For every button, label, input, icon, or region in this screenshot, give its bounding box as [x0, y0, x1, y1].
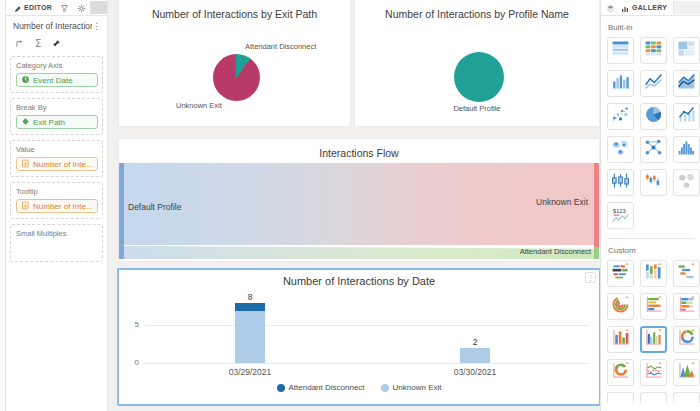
sankey-node-label: Unknown Exit	[536, 197, 588, 207]
gallery-item-heat-map[interactable]	[673, 37, 700, 64]
sankey-diagram: Default Profile Unknown Exit Attendant D…	[119, 163, 599, 259]
legend-item[interactable]: Unknown Exit	[381, 383, 442, 392]
chart-title: Number of Interactions by Exit Path	[119, 0, 350, 20]
x-axis-label: 03/30/2021	[430, 367, 520, 377]
gallery-item-histogram[interactable]	[673, 136, 700, 163]
gallery-item-colored-grid[interactable]	[640, 37, 667, 64]
gallery-item-grid[interactable]	[607, 37, 634, 64]
dropzone-category-axis[interactable]: Category Axis Event Date	[10, 56, 103, 93]
gallery-item-area-chart[interactable]	[673, 70, 700, 97]
pill-label: Event Date	[33, 76, 73, 85]
sankey-node-unknown-exit[interactable]	[594, 163, 599, 247]
bar-segment[interactable]	[235, 303, 265, 311]
more-options-icon[interactable]: ⋮	[92, 22, 101, 31]
gallery-item-multi-line-chart[interactable]	[640, 359, 667, 386]
gallery-item-combo-chart[interactable]	[673, 103, 700, 130]
gallery-built-in-grid: $123	[601, 37, 700, 229]
gallery-item-gauge-donut[interactable]	[673, 326, 700, 353]
gridline	[145, 363, 589, 364]
pill-event-date[interactable]: Event Date	[16, 73, 98, 87]
bar-chart-icon	[621, 0, 629, 17]
gallery-item-horizontal-bar-chart[interactable]	[640, 293, 667, 320]
gallery-item-timeline[interactable]	[640, 260, 667, 287]
gallery-item-kpi[interactable]: $123	[607, 202, 634, 229]
panel-profile-name[interactable]: Number of Interactions by Profile Name D…	[354, 0, 600, 127]
pill-tooltip-metric[interactable]: Number of Inte...	[16, 199, 98, 213]
dropzone-break-by[interactable]: Break By Exit Path	[10, 98, 103, 135]
gallery-item-map[interactable]	[607, 136, 634, 163]
sankey-node-attendant-disconnect[interactable]	[594, 247, 599, 259]
sankey-link-unknown-exit[interactable]	[124, 163, 594, 245]
tab-gallery[interactable]: GALLERY	[621, 0, 667, 17]
bar-segment[interactable]	[235, 311, 265, 364]
dropzone-value[interactable]: Value Number of Inte...	[10, 140, 103, 177]
gallery-item-box-plot[interactable]	[607, 169, 634, 196]
chart-title: Interactions Flow	[119, 139, 599, 159]
pie-chart-icon	[643, 104, 664, 129]
multi-line-chart-icon	[643, 360, 664, 385]
network-icon	[643, 137, 664, 162]
gallery-tab-filler	[673, 1, 700, 14]
kpi-icon: $123	[610, 205, 631, 227]
sankey-node-default-profile[interactable]	[119, 163, 124, 259]
gantt-chart-icon	[676, 261, 697, 286]
pie-chart-exit-path[interactable]	[213, 54, 260, 101]
pill-value-metric[interactable]: Number of Inte...	[16, 157, 98, 171]
gallery-item-stacked-horizontal-bar[interactable]	[673, 293, 700, 320]
gallery-item-waterfall[interactable]	[640, 169, 667, 196]
pie-chart-profile-name[interactable]	[454, 52, 504, 102]
pill-label: Number of Inte...	[33, 202, 93, 211]
bar-segment[interactable]	[460, 348, 490, 363]
dropzone-small-multiples[interactable]: Small Multiples	[10, 224, 103, 262]
gallery-item-line-chart[interactable]	[640, 70, 667, 97]
gallery-item-geospatial[interactable]	[673, 169, 700, 196]
gallery-item-word-cloud[interactable]	[607, 260, 634, 287]
editor-tab-bar: EDITOR	[6, 0, 107, 16]
tab-editor[interactable]: EDITOR	[10, 0, 56, 16]
gallery-item-network[interactable]	[640, 136, 667, 163]
tab-settings[interactable]	[73, 0, 90, 16]
axes-swap-icon[interactable]	[15, 39, 24, 48]
pencil-icon	[14, 0, 22, 17]
panel-exit-path[interactable]: Number of Interactions by Exit Path Atte…	[118, 0, 351, 127]
panel-interactions-by-date[interactable]: ⋮ Number of Interactions by Date 5 0 82 …	[117, 268, 601, 406]
gallery-item-partial-3[interactable]	[673, 392, 700, 403]
panel-menu-icon[interactable]: ⋮	[585, 272, 596, 283]
gallery-item-area-peaks-chart[interactable]	[673, 359, 700, 386]
sankey-node-label: Default Profile	[128, 202, 181, 212]
format-paintbrush-icon[interactable]	[52, 39, 61, 48]
word-cloud-icon	[610, 261, 631, 286]
gallery-item-partial-1[interactable]	[607, 392, 634, 403]
legend-dot-icon	[277, 384, 285, 392]
panel-interactions-flow[interactable]: Interactions Flow Default Profile Unknow…	[118, 138, 600, 262]
clock-icon	[21, 75, 30, 86]
legend-item[interactable]: Attendant Disconnect	[277, 383, 365, 392]
gallery-item-bar-chart[interactable]	[607, 70, 634, 97]
dropzone-label: Value	[16, 145, 98, 154]
tab-layers[interactable]	[606, 0, 615, 17]
gallery-item-donut-chart[interactable]	[607, 359, 634, 386]
gallery-item-pie-chart[interactable]	[640, 103, 667, 130]
gallery-item-multi-ring-donut[interactable]	[607, 293, 634, 320]
gallery-item-bubble-chart[interactable]	[607, 103, 634, 130]
dropzone-label: Small Multiples	[16, 229, 98, 238]
tab-bar-filler	[90, 1, 107, 14]
gear-icon	[77, 0, 86, 17]
tab-filter[interactable]	[56, 0, 73, 16]
gallery-item-grouped-bar-chart[interactable]	[640, 326, 667, 353]
gallery-item-gantt-chart[interactable]	[673, 260, 700, 287]
gallery-panel: GALLERY Built-in $123 Custom	[600, 0, 700, 411]
sankey-node-label: Attendant Disconnect	[520, 247, 591, 256]
area-chart-icon	[676, 71, 697, 96]
bubble-chart-icon	[610, 104, 631, 129]
metric-icon	[21, 159, 30, 170]
dropzone-tooltip[interactable]: Tooltip Number of Inte...	[10, 182, 103, 219]
totals-sigma-icon[interactable]: Σ	[35, 38, 41, 49]
gallery-item-colored-bar-chart[interactable]	[607, 326, 634, 353]
gallery-item-partial-2[interactable]	[640, 392, 667, 403]
stacked-horizontal-bar-icon	[676, 294, 697, 319]
gauge-donut-icon	[676, 327, 697, 352]
bar-chart-icon	[610, 71, 631, 96]
gridline	[145, 325, 589, 326]
pill-exit-path[interactable]: Exit Path	[16, 115, 98, 129]
